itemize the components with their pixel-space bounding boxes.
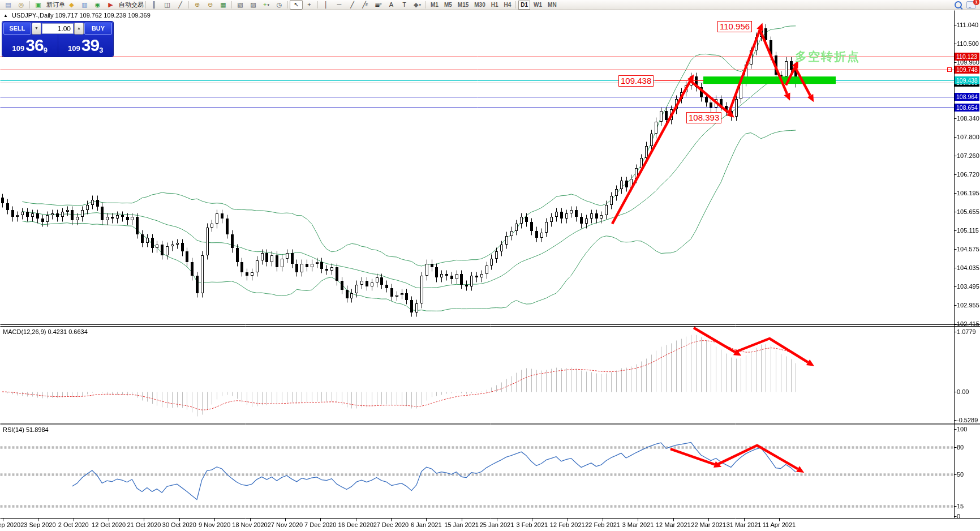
search-icon[interactable]: [955, 1, 962, 8]
toolbar-separator: [425, 1, 426, 8]
one-click-trading-panel: SELL ▼ ▲ BUY 109 36 9 109 39 3: [2, 22, 113, 57]
label-tool-button[interactable]: T: [398, 0, 411, 10]
volume-increase-button[interactable]: ▲: [74, 23, 84, 35]
chat-icon[interactable]: 1: [966, 1, 976, 8]
toolbar-separator: [515, 1, 516, 8]
chart-canvas[interactable]: [0, 0, 980, 531]
ohlc-values: 109.717 109.762 109.239 109.369: [55, 12, 151, 19]
buy-button[interactable]: BUY: [84, 23, 112, 35]
chart-preview-icon: ◎: [19, 1, 24, 9]
date-axis-label: 2 Oct 2020: [55, 521, 92, 528]
autotrading-button[interactable]: ▶: [104, 0, 117, 10]
date-axis-label: 7 Dec 2020: [302, 521, 339, 528]
vline-tool-icon: │: [324, 1, 328, 9]
price-axis-label: 104.575: [957, 246, 979, 252]
charts-list-button[interactable]: ▤: [2, 0, 15, 10]
cursor-tool-icon: ↖: [294, 1, 299, 9]
hline-tool-button[interactable]: ─: [333, 0, 346, 10]
vline-tool-button[interactable]: │: [320, 0, 333, 10]
rsi-axis-label: 0: [957, 513, 960, 520]
timeframe-m1-button[interactable]: M1: [428, 1, 441, 10]
macd-axis-label: 1.0779: [957, 328, 976, 335]
timeframe-m30-button[interactable]: M30: [472, 1, 487, 10]
trendline-tool-icon: ╱: [350, 1, 354, 9]
timeframe-m5-button[interactable]: M5: [442, 1, 454, 10]
buy-price[interactable]: 109 39 3: [58, 35, 114, 55]
macd-axis-label: -0.5289: [957, 417, 978, 423]
price-axis-label: 111.040: [957, 22, 978, 28]
indicators-window-button[interactable]: ▧: [234, 0, 247, 10]
chevron-down-icon: ▾: [267, 1, 269, 9]
text-tool-button[interactable]: A: [385, 0, 398, 10]
zoom-out-icon: ⊖: [208, 1, 213, 9]
hline-tool-icon: ─: [337, 1, 342, 9]
indicators-window-icon: ▧: [237, 1, 243, 9]
collapse-icon[interactable]: ▲: [3, 13, 8, 18]
mt4-window: ▤◎▣新订单◆▥◉▶自动交易║◫╱⊕⊖▦▧▨+▾◷↖+│─╱╱E≣FAT◆▾M1…: [0, 0, 980, 531]
date-axis-label: 25 Jan 2021: [478, 521, 515, 528]
timeframe-h1-button[interactable]: H1: [489, 1, 501, 10]
date-axis-label: 11 Apr 2021: [760, 521, 798, 528]
buy-price-pip: 3: [99, 48, 103, 53]
label-tool-icon: T: [402, 1, 406, 9]
line-chart-mode-button[interactable]: ╱: [174, 0, 187, 10]
crosshair-tool-button[interactable]: +: [303, 0, 316, 10]
add-indicator-icon: +: [263, 1, 267, 9]
rsi-axis-label: 80: [957, 444, 964, 451]
price-annotation-box[interactable]: 108.393: [686, 112, 721, 123]
timeframe-mn-button[interactable]: MN: [545, 1, 559, 10]
price-annotation-box[interactable]: 110.956: [717, 21, 752, 32]
tile-windows-icon: ▦: [220, 1, 226, 9]
cursor-tool-button[interactable]: ↖: [290, 0, 303, 10]
price-badge: 108.964: [955, 93, 979, 101]
zoom-out-button[interactable]: ⊖: [204, 0, 217, 10]
price-badge: 109.748: [955, 66, 979, 74]
signals-button[interactable]: ◉: [91, 0, 104, 10]
new-order-label: 新订单: [46, 1, 65, 9]
date-axis-label: 22 Mar 2021: [690, 521, 727, 528]
top-toolbar: ▤◎▣新订单◆▥◉▶自动交易║◫╱⊕⊖▦▧▨+▾◷↖+│─╱╱E≣FAT◆▾M1…: [0, 0, 980, 10]
toolbar-separator: [188, 1, 189, 8]
price-annotation-box[interactable]: 109.438: [618, 75, 654, 87]
fibo-tool-button[interactable]: ≣F: [372, 0, 385, 10]
fibo-tool-sub: F: [379, 1, 381, 9]
objects-window-button[interactable]: ▨: [247, 0, 260, 10]
date-axis-label: 18 Nov 2020: [231, 521, 269, 528]
shapes-tool-button[interactable]: ◆▾: [411, 0, 424, 10]
add-indicator-button[interactable]: +▾: [260, 0, 273, 10]
zoom-in-button[interactable]: ⊕: [191, 0, 204, 10]
chart-preview-button[interactable]: ◎: [15, 0, 28, 10]
timeframe-d1-button[interactable]: D1: [518, 1, 530, 10]
date-axis-label: 6 Jan 2021: [407, 521, 445, 528]
new-order-button[interactable]: ▣: [32, 0, 45, 10]
price-axis-label: 102.955: [957, 302, 979, 309]
price-badge: 110.123: [955, 53, 979, 61]
sell-button[interactable]: SELL: [3, 23, 31, 35]
candle-chart-mode-button[interactable]: ◫: [161, 0, 174, 10]
market-watch-button[interactable]: ▥: [78, 0, 91, 10]
toolbar-separator: [231, 1, 232, 8]
date-axis-label: 12 Mar 2021: [655, 521, 692, 528]
toolbar-groups: ▤◎▣新订单◆▥◉▶自动交易║◫╱⊕⊖▦▧▨+▾◷↖+│─╱╱E≣FAT◆▾M1…: [2, 0, 560, 10]
price-axis-label: 102.415: [957, 320, 979, 327]
date-axis-label: 23 Sep 2020: [19, 521, 57, 528]
date-axis-label: 30 Oct 2020: [161, 521, 198, 528]
timeframe-w1-button[interactable]: W1: [531, 1, 544, 10]
chevron-down-icon: ▾: [419, 1, 421, 9]
timeframe-h4-button[interactable]: H4: [502, 1, 514, 10]
bar-chart-mode-button[interactable]: ║: [148, 0, 161, 10]
price-axis-label: 107.800: [957, 134, 979, 140]
rsi-axis-label: 50: [957, 471, 964, 478]
signals-icon: ◉: [95, 1, 101, 9]
timeframe-m15-button[interactable]: M15: [455, 1, 471, 10]
tile-windows-button[interactable]: ▦: [217, 0, 230, 10]
favorites-button[interactable]: ◆: [65, 0, 78, 10]
volume-decrease-button[interactable]: ▼: [32, 23, 41, 35]
chinese-note-label[interactable]: 多空转折点: [795, 49, 860, 65]
trendline-tool-button[interactable]: ╱: [346, 0, 359, 10]
symbol-ohlc-bar: ▲ USDJPY-,Daily 109.717 109.762 109.239 …: [3, 12, 151, 19]
period-clock-button[interactable]: ◷: [273, 0, 286, 10]
channel-tool-button[interactable]: ╱E: [359, 0, 372, 10]
volume-input[interactable]: [42, 23, 74, 34]
sell-price[interactable]: 109 36 9: [2, 35, 58, 55]
